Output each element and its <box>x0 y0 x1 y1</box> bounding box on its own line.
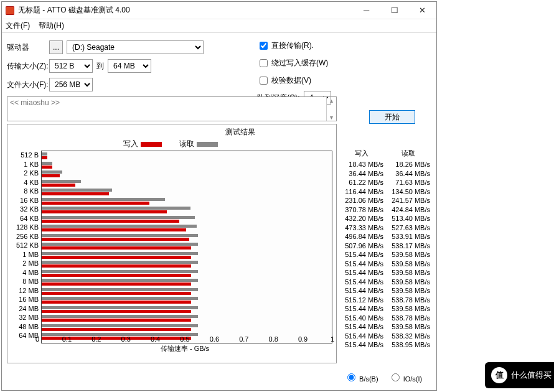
menu-file[interactable]: 文件(F) <box>6 21 30 31</box>
bypass-cache-label: 绕过写入缓存(W) <box>271 58 328 68</box>
chart-x-tick: 0.9 <box>298 335 308 343</box>
bar-pair <box>42 261 332 268</box>
table-row: 515.44 MB/s539.58 MB/s <box>338 268 431 278</box>
bar-read <box>42 306 198 309</box>
bar-pair <box>42 189 332 196</box>
cell-read: 527.63 MB/s <box>385 223 431 233</box>
bar-read <box>42 243 198 246</box>
cell-read: 538.78 MB/s <box>385 296 431 305</box>
verify-data-label: 校验数据(V) <box>271 75 311 86</box>
cell-read: 533.91 MB/s <box>385 232 431 241</box>
bar-pair <box>42 170 332 178</box>
menu-help[interactable]: 帮助(H) <box>39 21 64 31</box>
table-row: 370.78 MB/s424.84 MB/s <box>338 205 431 215</box>
table-row: 515.40 MB/s538.78 MB/s <box>338 314 431 323</box>
verify-data-input[interactable] <box>260 77 268 85</box>
chart-area: 512 B1 KB2 KB4 KB8 KB16 KB32 KB64 KB128 … <box>11 151 332 343</box>
bar-write <box>42 328 191 331</box>
chart-y-label: 512 B <box>11 151 41 160</box>
cell-write: 515.44 MB/s <box>338 322 385 332</box>
bar-read <box>42 297 198 300</box>
chart-y-label: 64 KB <box>11 214 41 223</box>
drive-browse-button[interactable]: ... <box>49 40 63 54</box>
cell-write: 515.44 MB/s <box>338 278 385 287</box>
cell-write: 496.84 MB/s <box>338 232 385 241</box>
cell-read: 241.57 MB/s <box>385 196 431 205</box>
chart-x-tick: 1 <box>331 335 334 343</box>
unit-ios-radio[interactable]: IO/s(I) <box>388 371 423 383</box>
bar-pair <box>42 243 332 250</box>
bar-pair <box>42 279 332 286</box>
transfer-size-to-select[interactable]: 64 MB <box>108 59 151 73</box>
table-row: 515.44 MB/s539.58 MB/s <box>338 250 431 259</box>
bar-write <box>42 184 75 187</box>
cell-write: 370.78 MB/s <box>338 205 385 215</box>
description-input[interactable] <box>7 97 326 121</box>
bar-read <box>42 207 190 210</box>
direct-transfer-checkbox[interactable]: 直接传输(R). <box>257 37 419 54</box>
cell-read: 538.95 MB/s <box>385 340 431 350</box>
cell-read: 539.58 MB/s <box>385 268 431 278</box>
unit-bs-radio[interactable]: B/s(B) <box>344 371 378 383</box>
close-button[interactable]: ✕ <box>408 2 436 19</box>
bar-read <box>42 216 195 219</box>
file-size-select[interactable]: 256 MB <box>49 78 93 91</box>
bar-write <box>42 238 189 241</box>
bar-write <box>42 310 191 313</box>
bypass-cache-input[interactable] <box>260 59 268 67</box>
direct-transfer-input[interactable] <box>260 42 268 50</box>
bar-write <box>42 264 191 268</box>
verify-data-checkbox[interactable]: 校验数据(V) <box>257 72 419 89</box>
chart-y-label: 2 MB <box>11 259 41 268</box>
chart-y-label: 48 MB <box>11 322 41 332</box>
chart-x-tick: 0.2 <box>92 335 101 343</box>
bar-write <box>42 166 52 169</box>
bar-write <box>42 319 191 322</box>
chart-y-label: 2 KB <box>11 169 41 178</box>
bar-pair <box>42 162 332 169</box>
cell-read: 36.44 MB/s <box>385 169 431 179</box>
bypass-cache-checkbox[interactable]: 绕过写入缓存(W) <box>257 54 419 72</box>
drive-select[interactable]: (D:) Seagate <box>67 40 204 54</box>
minimize-button[interactable]: ─ <box>352 2 380 19</box>
table-row: 116.44 MB/s134.50 MB/s <box>338 187 431 197</box>
bar-write <box>42 192 109 195</box>
bar-read <box>42 279 198 282</box>
cell-read: 18.26 MB/s <box>385 160 431 169</box>
bar-pair <box>42 315 332 322</box>
chart-y-label: 16 MB <box>11 295 41 304</box>
bar-pair <box>42 297 332 304</box>
bar-pair <box>42 288 332 296</box>
chart-y-label: 24 MB <box>11 304 41 314</box>
titlebar: 无标题 - ATTO 磁盘基准测试 4.00 ─ ☐ ✕ <box>2 2 436 19</box>
cell-write: 515.44 MB/s <box>338 304 385 314</box>
table-row: 515.44 MB/s539.58 MB/s <box>338 286 431 296</box>
table-row: 515.44 MB/s539.58 MB/s <box>338 278 431 287</box>
start-button[interactable]: 开始 <box>369 110 415 124</box>
chart-y-label: 1 KB <box>11 160 41 169</box>
bar-read <box>42 162 52 165</box>
table-row: 515.44 MB/s538.95 MB/s <box>338 340 431 350</box>
watermark: 值 什么值得买 <box>485 362 554 388</box>
transfer-size-from-select[interactable]: 512 B <box>49 59 93 73</box>
bar-pair <box>42 180 332 187</box>
chart-legend: 写入 读取 <box>11 139 332 149</box>
table-row: 515.44 MB/s538.32 MB/s <box>338 332 431 341</box>
maximize-button[interactable]: ☐ <box>380 2 408 19</box>
table-row: 18.43 MB/s18.26 MB/s <box>338 160 431 169</box>
cell-read: 424.84 MB/s <box>385 205 431 215</box>
bar-pair <box>42 198 332 205</box>
cell-write: 231.06 MB/s <box>338 196 385 205</box>
results-panel: 测试结果 写入 读取 512 B1 KB2 KB4 KB8 KB16 KB32 … <box>7 124 337 363</box>
cell-read: 538.78 MB/s <box>385 314 431 323</box>
cell-read: 71.63 MB/s <box>385 178 431 187</box>
cell-read: 538.17 MB/s <box>385 241 431 251</box>
chart-x-tick: 0.4 <box>151 335 160 343</box>
cell-read: 539.58 MB/s <box>385 304 431 314</box>
window-title: 无标题 - ATTO 磁盘基准测试 4.00 <box>18 5 352 16</box>
cell-write: 507.96 MB/s <box>338 241 385 251</box>
cell-write: 61.22 MB/s <box>338 178 385 187</box>
description-scrollbar[interactable]: ▴▾ <box>326 97 336 121</box>
cell-write: 515.44 MB/s <box>338 340 385 350</box>
chart-x-tick: 0 <box>35 335 39 343</box>
